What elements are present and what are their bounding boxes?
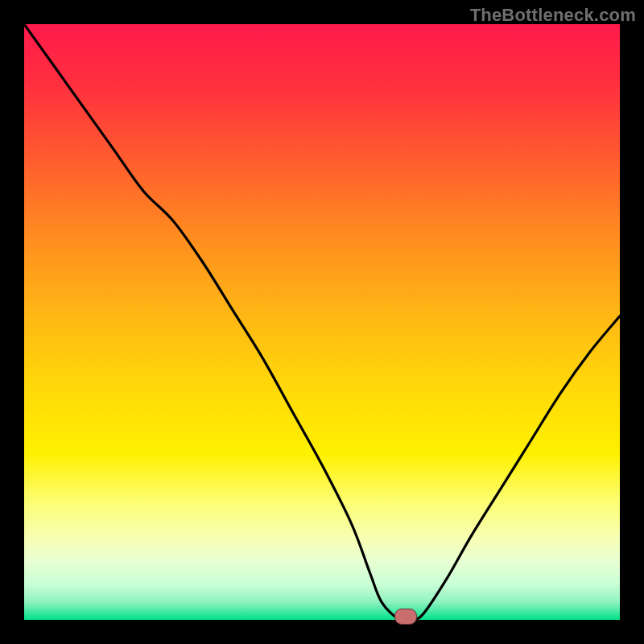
optimum-marker xyxy=(394,609,417,625)
plot-area xyxy=(24,24,620,620)
curve-svg xyxy=(24,24,620,620)
watermark-text: TheBottleneck.com xyxy=(470,5,636,26)
bottleneck-curve xyxy=(24,24,620,620)
chart-frame: TheBottleneck.com xyxy=(0,0,644,644)
